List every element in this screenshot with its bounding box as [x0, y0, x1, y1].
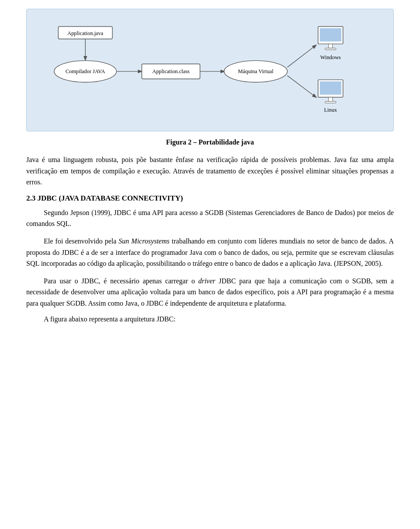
paragraph-5: A figura abaixo representa a arquitetura… — [26, 315, 394, 323]
portability-diagram: Application.java Compilador JAVA Applica… — [35, 22, 385, 122]
section-heading-2-3: 2.3 JDBC (JAVA DATABASE CONNECTIVITY) — [26, 194, 394, 203]
svg-rect-19 — [320, 81, 341, 95]
svg-rect-14 — [320, 28, 341, 41]
paragraph-4-prefix: Para usar o JDBC, é necessário apenas ca… — [44, 277, 198, 285]
svg-rect-15 — [329, 44, 333, 48]
svg-text:Máquina Virtual: Máquina Virtual — [238, 68, 274, 74]
diagram-figure: Application.java Compilador JAVA Applica… — [26, 9, 394, 131]
svg-rect-16 — [325, 48, 336, 50]
svg-line-11 — [287, 45, 316, 67]
svg-line-12 — [287, 76, 316, 97]
paragraph-3-italic: Sun Microsystems — [119, 237, 169, 245]
paragraph-2: Segundo Jepson (1999), JDBC é uma API pa… — [26, 207, 394, 229]
svg-text:Linux: Linux — [324, 107, 337, 113]
paragraph-3: Ele foi desenvolvido pela Sun Microsyste… — [26, 236, 394, 269]
figure-caption: Figura 2 – Portabilidade java — [26, 138, 394, 146]
svg-text:Compilador JAVA: Compilador JAVA — [66, 68, 105, 74]
paragraph-3-prefix: Ele foi desenvolvido pela — [44, 237, 119, 245]
svg-rect-21 — [325, 102, 336, 103]
svg-text:Application.java: Application.java — [67, 30, 103, 36]
svg-text:Application.class: Application.class — [152, 68, 190, 74]
paragraph-1: Java é uma linguagem robusta, pois põe b… — [26, 154, 394, 188]
svg-text:Windows: Windows — [320, 54, 341, 60]
paragraph-4: Para usar o JDBC, é necessário apenas ca… — [26, 275, 394, 309]
paragraph-4-italic: driver — [198, 277, 215, 285]
svg-rect-20 — [329, 97, 333, 102]
